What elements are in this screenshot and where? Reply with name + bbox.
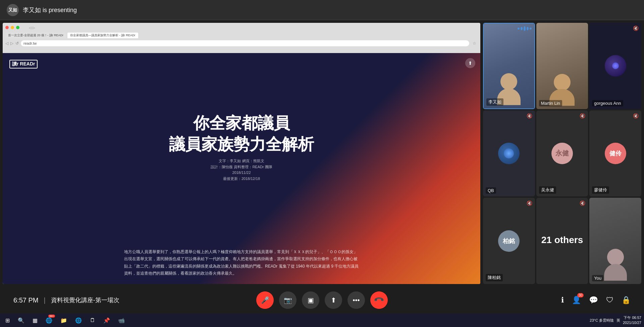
participant-tile-chen[interactable]: 🔇 柏銘 陳柏銘 <box>483 198 535 284</box>
mute-button[interactable]: 🎤 <box>256 291 274 309</box>
maximize-button-icon[interactable] <box>16 26 19 29</box>
forward-btn[interactable]: ▷ <box>10 41 13 46</box>
dot5 <box>530 28 532 30</box>
separator: | <box>44 296 45 304</box>
taskbar-app-browser[interactable]: 🌐 99+ <box>43 316 55 325</box>
start-button[interactable]: ⊞ <box>3 316 12 325</box>
more-options-button[interactable]: ••• <box>347 291 365 309</box>
share-content-button[interactable]: ⬆ <box>325 291 342 309</box>
ann-avatar-inner <box>612 62 619 69</box>
mute-icon-chen: 🔇 <box>527 200 532 206</box>
presenter-avatar: 又如 <box>7 4 19 16</box>
participant-tile-liao[interactable]: 🔇 健伶 廖健伶 <box>589 110 641 197</box>
speaking-indicator <box>518 26 532 31</box>
slide-main-title: 你全家都議員議員家族勢力全解析 <box>169 113 314 155</box>
maps-icon: 📌 <box>103 318 110 323</box>
chen-avatar-text: 柏銘 <box>503 237 515 245</box>
task-view-button[interactable]: ▦ <box>30 316 40 325</box>
wu-avatar-text: 永健 <box>555 149 569 158</box>
minimize-button-icon[interactable] <box>11 26 14 29</box>
chat-button[interactable]: 💬 <box>589 296 598 305</box>
participant-name-ann: gorgeous Ann <box>592 100 623 106</box>
participant-name-presenter: 李又如 <box>486 98 503 106</box>
mute-icon-qb: 🔇 <box>527 113 532 119</box>
dot2 <box>521 27 523 30</box>
weather-text: 23°C 多雲時陰 <box>590 318 614 323</box>
browser-app-icon: 🌐 <box>46 318 52 323</box>
slide-update: 最後更新：2018/12/18 <box>211 176 272 182</box>
url-bar[interactable]: readr.tw <box>21 40 469 46</box>
you-figure <box>600 249 631 281</box>
participant-tile-you[interactable]: You <box>589 198 641 284</box>
mute-icon: 🎤 <box>261 296 269 304</box>
explorer-icon: 📁 <box>60 318 67 323</box>
taskbar-date: 2021/10/27 <box>623 320 641 325</box>
close-button-icon[interactable] <box>5 26 9 29</box>
top-bar: 又如 李又如 is presenting <box>0 0 644 20</box>
taskbar-app-notes[interactable]: 🗒 <box>87 316 98 325</box>
presenter-status-text: 李又如 is presenting <box>23 6 77 14</box>
reload-btn[interactable]: ↺ <box>15 41 19 46</box>
browser-tab-1[interactable]: 首一次立委-全部超過 20 個！- 讀r READr <box>5 33 66 38</box>
info-button[interactable]: ℹ <box>561 296 564 305</box>
security-button[interactable]: 🛡 <box>606 296 613 305</box>
dot1 <box>518 28 520 30</box>
martin-video <box>536 23 588 109</box>
browser-nav: ◁ ▷ ↺ readr.tw ☆ <box>5 40 478 47</box>
screen-share-button[interactable]: ▣ <box>302 291 319 309</box>
end-call-button[interactable]: 📞 <box>370 291 388 309</box>
mute-icon-wu: 🔇 <box>580 113 585 119</box>
lock-button[interactable]: 🔒 <box>622 296 631 305</box>
bookmark-btn[interactable]: ☆ <box>471 41 478 46</box>
controls-right: ℹ 👤 30 💬 🛡 🔒 <box>561 296 631 305</box>
dot4 <box>527 27 529 30</box>
participants-button[interactable]: 👤 30 <box>572 296 581 305</box>
video-button[interactable]: 📷 <box>279 291 297 309</box>
main-area: ◁ ▷ 首一次立委-全部超過 20 個！- 讀r READr 你全家都議員—議員… <box>0 20 644 287</box>
security-icon: 🛡 <box>606 296 613 304</box>
mute-icon-others: 🔇 <box>580 200 585 206</box>
participant-tile-others[interactable]: 🔇 21 others <box>536 198 588 284</box>
participant-tile-ann[interactable]: 🔇 gorgeous Ann <box>589 23 641 109</box>
taskbar-app-maps[interactable]: 📌 <box>101 316 113 325</box>
presenter-avatar-text: 又如 <box>8 7 17 13</box>
search-button[interactable]: 🔍 <box>15 316 27 325</box>
qb-avatar <box>498 143 520 164</box>
participants-panel: 李又如 Martin Lin 🔇 gorgeous Ann <box>483 20 644 287</box>
browser-tab-2[interactable]: 你全家都議員—議員家族勢力全解析 - 讀r READr <box>67 33 138 38</box>
slide-body-text: 地方公職人員選舉要到了，你熟悉選舉公報上的人嗎？極度仰賴地方支持的議員選舉，常見… <box>114 248 369 284</box>
participant-tile-wu[interactable]: 🔇 永健 吴永健 <box>536 110 588 197</box>
back-btn[interactable]: ◁ <box>5 41 8 46</box>
head <box>607 249 624 266</box>
others-count: 21 others <box>541 235 583 245</box>
zoom-icon: 📹 <box>118 318 125 323</box>
participant-name-you: You <box>592 275 603 281</box>
participant-tile-qb[interactable]: 🔇 QB <box>483 110 535 197</box>
ann-avatar <box>605 55 626 77</box>
meeting-time: 6:57 PM <box>13 296 38 304</box>
url-text: readr.tw <box>23 41 37 45</box>
taskbar-clock: 下午 06:57 2021/10/27 <box>623 315 641 326</box>
slide-logo: 讀r READr <box>9 60 38 68</box>
participant-tile-martin[interactable]: Martin Lin <box>536 23 588 109</box>
taskbar-app-edge[interactable]: 🌐 <box>72 316 85 325</box>
taskbar: ⊞ 🔍 ▦ 🌐 99+ 📁 🌐 🗒 📌 📹 23°C 多雲時陰 英 下午 06:… <box>0 314 644 327</box>
screen-icon: ▣ <box>308 296 314 304</box>
taskbar-app-zoom[interactable]: 📹 <box>115 316 127 325</box>
participant-tile-presenter[interactable]: 李又如 <box>483 23 535 109</box>
body <box>604 264 627 281</box>
mute-icon-ann: 🔇 <box>633 26 639 31</box>
presenter-video <box>484 24 534 108</box>
taskbar-lang: 英 <box>616 318 620 323</box>
participant-name-wu: 吴永健 <box>539 186 556 194</box>
chen-avatar: 柏銘 <box>498 230 520 252</box>
taskbar-right: 23°C 多雲時陰 英 下午 06:57 2021/10/27 <box>590 315 641 326</box>
slide-share-button[interactable]: ⬆ <box>465 58 475 68</box>
taskbar-app-explorer[interactable]: 📁 <box>58 316 70 325</box>
lock-icon: 🔒 <box>622 296 631 304</box>
dot3 <box>524 26 526 31</box>
presentation-area: ◁ ▷ 首一次立委-全部超過 20 個！- 讀r READr 你全家都議員—議員… <box>3 23 480 284</box>
video-icon: 📷 <box>284 296 292 304</box>
participants-grid: 李又如 Martin Lin 🔇 gorgeous Ann <box>483 23 641 284</box>
browser-tabs: 首一次立委-全部超過 20 個！- 讀r READr 你全家都議員—議員家族勢力… <box>5 32 478 39</box>
